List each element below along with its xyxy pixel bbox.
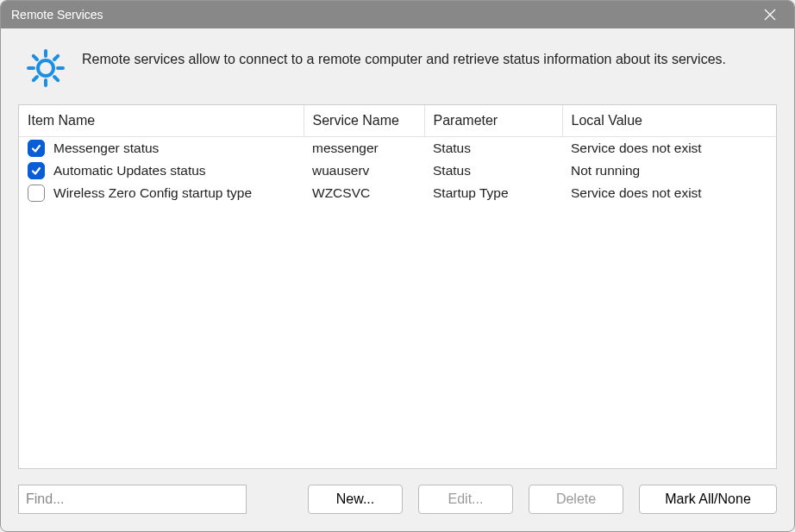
local-value-cell: Not running [562, 160, 776, 182]
item-name-cell: Automatic Updates status [53, 163, 206, 178]
services-table: Item Name Service Name Parameter Local V… [19, 105, 776, 204]
find-input[interactable] [18, 485, 247, 514]
delete-button[interactable]: Delete [529, 485, 623, 514]
svg-point-2 [38, 60, 53, 76]
new-button[interactable]: New... [308, 485, 403, 514]
column-header-service-name[interactable]: Service Name [304, 105, 424, 137]
item-name-cell: Wireless Zero Config startup type [53, 185, 252, 201]
table-row[interactable]: Wireless Zero Config startup typeWZCSVCS… [19, 182, 776, 204]
local-value-cell: Service does not exist [562, 137, 776, 160]
column-header-local-value[interactable]: Local Value [562, 105, 776, 137]
edit-button[interactable]: Edit... [418, 485, 513, 514]
row-checkbox[interactable] [28, 162, 45, 179]
parameter-cell: Status [424, 160, 562, 182]
local-value-cell: Service does not exist [562, 182, 776, 204]
service-name-cell: wuauserv [304, 160, 424, 182]
check-icon [31, 166, 41, 176]
column-header-parameter[interactable]: Parameter [424, 105, 562, 137]
header-description: Remote services allow to connect to a re… [82, 47, 726, 70]
gear-icon [25, 47, 66, 89]
close-icon [764, 9, 776, 21]
table-row[interactable]: Automatic Updates statuswuauservStatusNo… [19, 160, 776, 182]
footer: New... Edit... Delete Mark All/None [1, 469, 794, 531]
check-icon [31, 143, 41, 153]
item-name-cell: Messenger status [53, 141, 159, 156]
service-name-cell: WZCSVC [304, 182, 424, 204]
table-row[interactable]: Messenger statusmessengerStatusService d… [19, 137, 776, 160]
row-checkbox[interactable] [28, 185, 45, 202]
parameter-cell: Status [424, 137, 562, 160]
services-table-container: Item Name Service Name Parameter Local V… [18, 104, 777, 469]
mark-all-none-button[interactable]: Mark All/None [639, 485, 777, 514]
parameter-cell: Startup Type [424, 182, 562, 204]
row-checkbox[interactable] [28, 140, 45, 157]
column-header-item-name[interactable]: Item Name [19, 105, 304, 137]
window-title: Remote Services [11, 8, 103, 22]
remote-services-window: Remote Services Remote services allow to… [0, 0, 795, 532]
service-name-cell: messenger [304, 137, 424, 160]
close-button[interactable] [756, 1, 784, 28]
titlebar: Remote Services [1, 1, 794, 28]
header: Remote services allow to connect to a re… [1, 28, 794, 104]
